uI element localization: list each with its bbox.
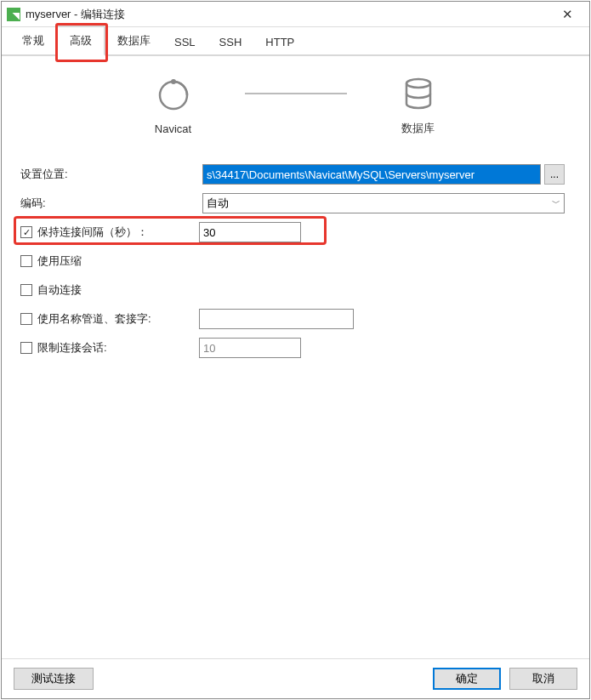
app-icon [7,8,20,21]
compress-checkbox[interactable] [20,255,32,267]
tab-ssl[interactable]: SSL [162,30,207,54]
autoconnect-checkbox[interactable] [20,284,32,296]
encoding-select[interactable]: 自动 ﹀ [202,193,565,213]
keepalive-label: 保持连接间隔（秒）： [37,225,199,240]
titlebar: myserver - 编辑连接 ✕ [2,2,589,27]
row-location: 设置位置: ... [20,162,571,187]
browse-button[interactable]: ... [544,164,565,185]
limit-label: 限制连接会话: [37,340,199,356]
tab-ssh[interactable]: SSH [207,30,254,54]
navicat-label: Navicat [155,122,191,135]
svg-point-2 [406,79,430,88]
encoding-label: 编码: [20,196,202,211]
test-connection-button[interactable]: 测试连接 [14,668,94,690]
dialog-window: myserver - 编辑连接 ✕ 常规 高级 数据库 SSL SSH HTTP… [1,1,590,699]
row-autoconnect: 自动连接 [20,277,571,303]
footer: 测试连接 确定 取消 [2,658,589,698]
diagram-database: 数据库 [367,73,469,136]
close-icon: ✕ [562,7,573,22]
ok-button[interactable]: 确定 [433,668,501,690]
tab-general[interactable]: 常规 [10,27,56,54]
diagram-navicat: Navicat [122,75,224,135]
keepalive-checkbox[interactable] [20,226,32,238]
location-input[interactable] [202,164,541,185]
tab-content: Navicat 数据库 设置位置: ... 编码: 自动 ﹀ [2,56,589,658]
limit-checkbox[interactable] [20,342,32,354]
autoconnect-label: 自动连接 [37,282,219,298]
database-label: 数据库 [401,121,435,136]
tab-bar: 常规 高级 数据库 SSL SSH HTTP [2,27,589,56]
location-label: 设置位置: [20,167,202,182]
navicat-icon [153,75,194,116]
close-button[interactable]: ✕ [550,3,584,26]
form-area: 设置位置: ... 编码: 自动 ﹀ 保持连接间隔（秒）： 使用压缩 [20,162,571,364]
keepalive-input[interactable] [199,222,301,242]
row-encoding: 编码: 自动 ﹀ [20,191,571,216]
database-icon [398,73,439,114]
window-title: myserver - 编辑连接 [26,7,550,22]
pipe-label: 使用名称管道、套接字: [37,311,199,327]
tab-databases[interactable]: 数据库 [105,27,162,54]
tab-advanced[interactable]: 高级 [56,26,105,56]
pipe-input[interactable] [199,309,354,329]
svg-point-1 [171,79,176,84]
limit-input[interactable] [199,338,301,358]
cancel-button[interactable]: 取消 [509,668,577,690]
row-pipe: 使用名称管道、套接字: [20,306,571,332]
row-limit: 限制连接会话: [20,335,571,361]
row-compress: 使用压缩 [20,248,571,274]
encoding-value: 自动 [207,196,229,211]
row-keepalive: 保持连接间隔（秒）： [20,219,571,245]
diagram-connector-line [245,93,347,94]
connection-diagram: Navicat 数据库 [20,73,571,136]
pipe-checkbox[interactable] [20,313,32,325]
compress-label: 使用压缩 [37,253,219,269]
tab-http[interactable]: HTTP [253,30,306,54]
chevron-down-icon: ﹀ [552,197,560,209]
